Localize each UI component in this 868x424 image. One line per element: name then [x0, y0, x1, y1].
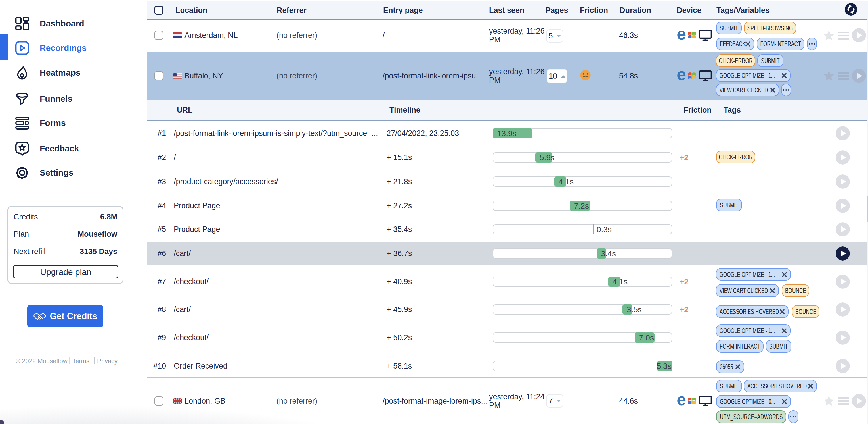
svg-text:e: e [677, 396, 686, 406]
svg-text:e: e [677, 71, 686, 81]
svg-text:e: e [677, 31, 686, 40]
